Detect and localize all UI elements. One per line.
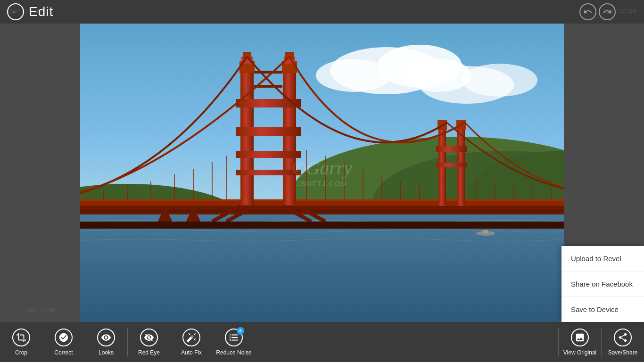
reduce-noise-tool[interactable]: $ Reduce Noise	[213, 322, 255, 362]
correct-tool[interactable]: Correct	[42, 322, 85, 362]
correct-icon	[55, 329, 73, 346]
auto-fix-icon	[182, 329, 200, 346]
image-container: ©Garry JSOFTJ.COM	[80, 24, 564, 322]
svg-text:JSOFTJ.COM: JSOFTJ.COM	[297, 180, 347, 188]
svg-rect-31	[436, 146, 467, 152]
toolbar-right: View Original Save/Share	[559, 322, 644, 362]
view-original-icon	[571, 329, 589, 346]
undo-button[interactable]	[579, 3, 596, 20]
red-eye-label: Red Eye	[138, 349, 160, 356]
looks-icon	[97, 329, 115, 346]
svg-point-6	[462, 64, 537, 97]
undo-redo-group	[579, 3, 616, 20]
share-facebook-item[interactable]: Share on Facebook	[561, 272, 644, 297]
save-share-icon	[614, 329, 632, 346]
upload-revel-item[interactable]: Upload to Revel	[561, 246, 644, 272]
red-eye-tool[interactable]: Red Eye	[128, 322, 170, 362]
svg-rect-62	[483, 230, 488, 233]
left-sidebar: JSOFTJ.COM	[0, 24, 80, 322]
svg-rect-32	[436, 163, 467, 167]
header: ← Edit	[0, 0, 644, 24]
redo-button[interactable]	[599, 3, 616, 20]
save-device-item[interactable]: Save to Device	[561, 297, 644, 322]
svg-text:©Garry: ©Garry	[292, 157, 352, 179]
view-original-tool[interactable]: View Original	[559, 322, 601, 362]
crop-tool[interactable]: Crop	[0, 322, 42, 362]
left-sidebar-watermark: JSOFTJ.COM	[25, 307, 55, 313]
pro-badge: $	[237, 327, 244, 335]
svg-rect-17	[236, 127, 301, 136]
svg-rect-55	[80, 210, 564, 212]
bridge-svg: ©Garry JSOFTJ.COM	[80, 24, 564, 322]
page-title: Edit	[29, 4, 53, 19]
crop-label: Crop	[15, 349, 27, 356]
looks-label: Looks	[99, 349, 114, 356]
svg-point-3	[316, 59, 391, 92]
reduce-noise-icon: $	[225, 329, 243, 346]
auto-fix-label: Auto Fix	[181, 349, 202, 356]
dropdown-menu: Upload to Revel Share on Facebook Save t…	[561, 246, 644, 322]
save-share-tool[interactable]: Save/Share	[602, 322, 644, 362]
crop-icon	[12, 329, 30, 346]
svg-rect-60	[80, 222, 564, 229]
toolbar-items: Crop Correct Looks	[0, 322, 558, 362]
view-original-label: View Original	[563, 349, 596, 356]
svg-rect-13	[80, 199, 564, 201]
back-button[interactable]: ←	[7, 3, 24, 20]
save-share-label: Save/Share	[608, 349, 638, 356]
correct-label: Correct	[54, 349, 73, 356]
toolbar: Crop Correct Looks	[0, 322, 644, 362]
red-eye-icon	[140, 329, 158, 346]
auto-fix-tool[interactable]: Auto Fix	[170, 322, 213, 362]
svg-rect-19	[236, 170, 301, 175]
svg-rect-15	[283, 71, 296, 205]
reduce-noise-label: Reduce Noise	[216, 349, 251, 356]
svg-rect-18	[236, 151, 301, 158]
svg-rect-26	[254, 71, 282, 74]
header-left: ← Edit	[0, 3, 53, 20]
svg-rect-16	[236, 99, 301, 107]
looks-tool[interactable]: Looks	[85, 322, 127, 362]
